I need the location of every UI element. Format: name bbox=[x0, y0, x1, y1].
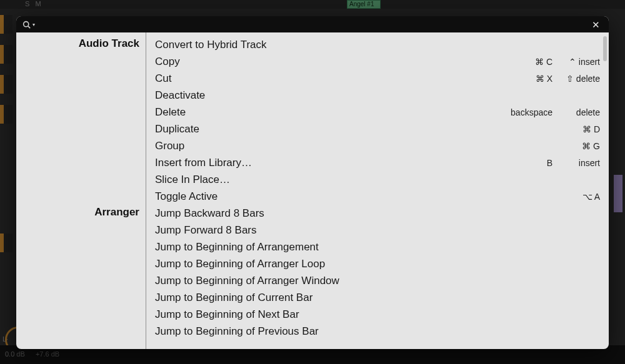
command-label: Deactivate bbox=[155, 89, 508, 102]
command-row[interactable]: Jump to Beginning of Arrangement bbox=[155, 239, 600, 255]
command-label: Duplicate bbox=[155, 123, 508, 135]
command-search-panel: ▾ ✕ Audio TrackArranger Convert to Hybri… bbox=[16, 16, 609, 349]
search-icon bbox=[22, 21, 31, 29]
command-label: Group bbox=[155, 140, 508, 152]
command-label: Insert from Library… bbox=[155, 157, 508, 169]
command-label: Delete bbox=[155, 106, 508, 119]
shortcut-primary: backspace bbox=[508, 107, 552, 117]
chevron-down-icon: ▾ bbox=[32, 22, 35, 27]
command-label: Cut bbox=[155, 72, 508, 85]
command-label: Jump Backward 8 Bars bbox=[155, 207, 508, 220]
shortcut-primary: B bbox=[508, 158, 552, 168]
command-row[interactable]: Group⌘ G bbox=[155, 137, 600, 154]
command-label: Jump to Beginning of Arrangement bbox=[155, 241, 508, 253]
shortcut-secondary: ⇧ delete bbox=[555, 74, 600, 84]
command-column: Convert to Hybrid TrackCopy⌘ C⌃ insertCu… bbox=[146, 32, 609, 349]
command-row[interactable]: Convert to Hybrid Track bbox=[155, 36, 600, 53]
shortcut-secondary: delete bbox=[555, 107, 600, 117]
panel-header: ▾ ✕ bbox=[16, 16, 609, 32]
command-label: Jump Forward 8 Bars bbox=[155, 224, 508, 237]
command-label: Jump to Beginning of Next Bar bbox=[155, 308, 508, 321]
command-row[interactable]: Slice In Place… bbox=[155, 171, 600, 188]
category-label: Arranger bbox=[94, 206, 139, 219]
shortcut-secondary: ⌃ insert bbox=[555, 57, 600, 67]
command-label: Jump to Beginning of Previous Bar bbox=[155, 325, 508, 338]
svg-point-0 bbox=[24, 21, 29, 26]
search-input[interactable]: ▾ bbox=[22, 21, 35, 29]
command-row[interactable]: Toggle Active⌥ A bbox=[155, 188, 600, 205]
command-row[interactable]: Jump Backward 8 Bars bbox=[155, 205, 600, 222]
command-row[interactable]: Jump to Beginning of Current Bar bbox=[155, 289, 600, 306]
command-row[interactable]: Copy⌘ C⌃ insert bbox=[155, 53, 600, 70]
command-label: Slice In Place… bbox=[155, 174, 508, 186]
command-label: Convert to Hybrid Track bbox=[155, 39, 508, 51]
command-row[interactable]: Jump Forward 8 Bars bbox=[155, 222, 600, 239]
command-label: Jump to Beginning of Arranger Loop bbox=[155, 258, 508, 270]
command-row[interactable]: Insert from Library…Binsert bbox=[155, 154, 600, 171]
svg-line-1 bbox=[28, 26, 30, 27]
command-row[interactable]: Jump to Beginning of Arranger Window bbox=[155, 272, 600, 289]
command-label: Toggle Active bbox=[155, 190, 508, 203]
command-row[interactable]: Deactivate bbox=[155, 87, 600, 104]
close-button[interactable]: ✕ bbox=[589, 19, 602, 31]
shortcut-secondary: insert bbox=[555, 158, 600, 168]
category-column: Audio TrackArranger bbox=[16, 32, 146, 349]
shortcut-secondary: ⌘ G bbox=[555, 141, 600, 151]
command-label: Jump to Beginning of Current Bar bbox=[155, 292, 508, 304]
command-row[interactable]: Duplicate⌘ D bbox=[155, 121, 600, 137]
command-label: Copy bbox=[155, 56, 508, 68]
command-row[interactable]: Cut⌘ X⇧ delete bbox=[155, 70, 600, 87]
category-label: Audio Track bbox=[79, 37, 139, 50]
panel-body: Audio TrackArranger Convert to Hybrid Tr… bbox=[16, 32, 609, 349]
command-row[interactable]: Jump to Beginning of Arranger Loop bbox=[155, 255, 600, 272]
shortcut-secondary: ⌥ A bbox=[555, 192, 600, 202]
command-row[interactable]: Jump to Beginning of Previous Bar bbox=[155, 323, 600, 340]
command-row[interactable]: Jump to Beginning of Next Bar bbox=[155, 306, 600, 323]
shortcut-secondary: ⌘ D bbox=[555, 124, 600, 134]
shortcut-primary: ⌘ X bbox=[508, 74, 552, 84]
command-label: Jump to Beginning of Arranger Window bbox=[155, 275, 508, 287]
command-row[interactable]: Deletebackspacedelete bbox=[155, 104, 600, 121]
shortcut-primary: ⌘ C bbox=[508, 57, 552, 67]
